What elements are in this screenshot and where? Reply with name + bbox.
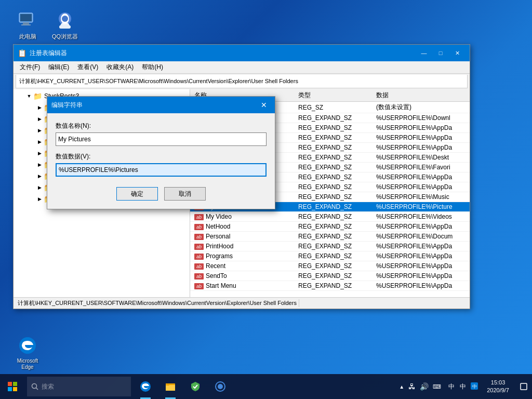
cell-type: REG_EXPAND_SZ [294, 261, 372, 271]
cell-data: %USERPROFILE%\AppDa [372, 261, 470, 271]
table-row[interactable]: abPrintHoodREG_EXPAND_SZ%USERPROFILE%\Ap… [190, 242, 470, 251]
window-controls: — □ ✕ [416, 45, 466, 61]
name-label: 数值名称(N): [56, 122, 267, 130]
ok-button[interactable]: 确定 [116, 187, 158, 201]
cell-data: %USERPROFILE%\Downl [372, 113, 470, 123]
input-method-icon[interactable]: 中 [468, 382, 481, 391]
dialog-titlebar[interactable]: 编辑字符串 ✕ [47, 97, 275, 113]
menu-view[interactable]: 查看(V) [73, 62, 102, 73]
table-row[interactable]: abStart MenuREG_EXPAND_SZ%USERPROFILE%\A… [190, 281, 470, 291]
desktop: 此电脑 QQ浏览器 MicrosoftEdge 📋 注册表编辑 [0, 0, 532, 399]
cell-type: REG_EXPAND_SZ [294, 271, 372, 281]
cell-data: %USERPROFILE%\AppDa [372, 222, 470, 232]
registry-titlebar[interactable]: 📋 注册表编辑器 — □ ✕ [14, 45, 470, 61]
edge-label: MicrosoftEdge [17, 358, 38, 370]
desktop-icon-pc[interactable]: 此电脑 [9, 10, 46, 40]
tree-arrow: ▼ [25, 92, 33, 100]
menu-file[interactable]: 文件(F) [16, 62, 44, 73]
cell-data: %USERPROFILE%\Videos [372, 212, 470, 222]
chevron-icon[interactable]: ▲ [399, 384, 404, 390]
desktop-icon-edge[interactable]: MicrosoftEdge [9, 335, 46, 370]
ime-mode[interactable]: 中 [458, 382, 468, 391]
taskbar: 搜索 [0, 374, 532, 399]
svg-point-19 [218, 384, 223, 389]
notification-button[interactable] [515, 374, 532, 399]
tree-arrow: ▶ [35, 126, 44, 135]
cell-name: abSendTo [190, 271, 294, 281]
cell-type: REG_EXPAND_SZ [294, 163, 372, 172]
cell-type: REG_EXPAND_SZ [294, 143, 372, 153]
taskbar-search[interactable]: 搜索 [27, 377, 131, 396]
cell-data: %USERPROFILE%\Docum [372, 232, 470, 242]
table-row[interactable]: abSendToREG_EXPAND_SZ%USERPROFILE%\AppDa [190, 271, 470, 281]
close-button[interactable]: ✕ [449, 45, 466, 61]
table-row[interactable]: abProgramsREG_EXPAND_SZ%USERPROFILE%\App… [190, 251, 470, 261]
tree-arrow: ▶ [35, 149, 44, 157]
table-row[interactable]: abPersonalREG_EXPAND_SZ%USERPROFILE%\Doc… [190, 232, 470, 242]
svg-rect-8 [8, 382, 12, 386]
cell-data: %USERPROFILE%\AppDa [372, 133, 470, 143]
desktop-icon-qq[interactable]: QQ浏览器 [47, 10, 83, 40]
ime-indicator[interactable]: 中 [445, 382, 458, 391]
cell-name: abStart Menu [190, 281, 294, 291]
tree-arrow: ▶ [35, 161, 44, 169]
folder-icon: 📁 [33, 92, 42, 100]
maximize-button[interactable]: □ [432, 45, 449, 61]
status-text: 计算机\HKEY_CURRENT_USER\SOFTWARE\Microsoft… [16, 299, 299, 307]
edit-string-dialog: 编辑字符串 ✕ 数值名称(N): 数值数据(V): 确定 取消 [47, 96, 275, 209]
svg-rect-17 [166, 383, 169, 385]
col-type: 类型 [294, 89, 372, 102]
cell-type: REG_EXPAND_SZ [294, 182, 372, 192]
dialog-close-button[interactable]: ✕ [257, 98, 271, 112]
taskbar-clock[interactable]: 15:03 2020/9/7 [481, 379, 515, 395]
minimize-button[interactable]: — [416, 45, 432, 61]
taskbar-edge[interactable] [133, 374, 158, 399]
data-input[interactable] [56, 163, 267, 177]
cell-type: REG_EXPAND_SZ [294, 242, 372, 251]
taskbar-security[interactable] [183, 374, 208, 399]
cancel-button[interactable]: 取消 [164, 187, 206, 201]
pc-icon [17, 10, 38, 31]
cell-data: %USERPROFILE%\AppDa [372, 172, 470, 182]
taskbar-cortana[interactable] [208, 374, 233, 399]
table-row[interactable]: abMy VideoREG_EXPAND_SZ%USERPROFILE%\Vid… [190, 212, 470, 222]
menu-edit[interactable]: 编辑(E) [44, 62, 73, 73]
cell-name: abPrograms [190, 251, 294, 261]
table-row[interactable]: abRecentREG_EXPAND_SZ%USERPROFILE%\AppDa [190, 261, 470, 271]
svg-text:中: 中 [472, 384, 477, 389]
keyboard-icon[interactable]: ⌨ [433, 383, 441, 390]
cell-name: abRecent [190, 261, 294, 271]
network-icon[interactable]: 🖧 [408, 382, 416, 391]
ime-text: 中 [460, 383, 466, 390]
cell-type: REG_EXPAND_SZ [294, 113, 372, 123]
start-button[interactable] [0, 374, 25, 399]
cell-type: REG_EXPAND_SZ [294, 281, 372, 291]
cell-data: %USERPROFILE%\Favori [372, 163, 470, 172]
cell-type: REG_EXPAND_SZ [294, 133, 372, 143]
cell-type: REG_EXPAND_SZ [294, 202, 372, 212]
cell-type: REG_EXPAND_SZ [294, 251, 372, 261]
time-display: 15:03 [487, 379, 509, 387]
svg-point-6 [62, 16, 68, 22]
search-placeholder: 搜索 [42, 382, 54, 391]
menu-help[interactable]: 帮助(H) [138, 62, 167, 73]
registry-icon: 📋 [18, 49, 26, 57]
taskbar-explorer[interactable] [158, 374, 183, 399]
cell-type: REG_EXPAND_SZ [294, 232, 372, 242]
address-text: 计算机\HKEY_CURRENT_USER\SOFTWARE\Microsoft… [19, 77, 298, 85]
svg-rect-16 [166, 385, 175, 391]
cell-data: %USERPROFILE%\AppDa [372, 143, 470, 153]
volume-icon[interactable]: 🔊 [420, 382, 429, 391]
cell-type: REG_SZ [294, 102, 372, 113]
taskbar-right: ▲ 🖧 🔊 ⌨ 中 中 中 15:03 2020/9/7 [395, 374, 532, 399]
menu-favorites[interactable]: 收藏夹(A) [102, 62, 138, 73]
svg-rect-10 [8, 387, 12, 391]
cell-type: REG_EXPAND_SZ [294, 212, 372, 222]
svg-point-7 [19, 337, 36, 354]
cell-type: REG_EXPAND_SZ [294, 192, 372, 202]
name-input[interactable] [56, 132, 267, 146]
table-row[interactable]: abNetHoodREG_EXPAND_SZ%USERPROFILE%\AppD… [190, 222, 470, 232]
address-bar[interactable]: 计算机\HKEY_CURRENT_USER\SOFTWARE\Microsoft… [16, 75, 468, 88]
cell-type: REG_EXPAND_SZ [294, 123, 372, 133]
cell-data: %USERPROFILE%\Music [372, 192, 470, 202]
